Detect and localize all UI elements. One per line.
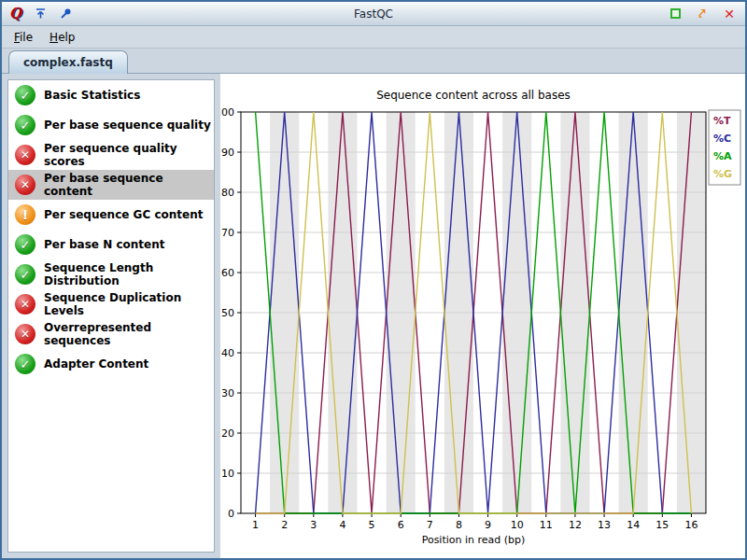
shade-icon bbox=[35, 7, 47, 20]
x-tick-label: 5 bbox=[369, 519, 375, 531]
sidebar-item-label: Sequence Length Distribution bbox=[44, 261, 214, 287]
legend-entry-a: %A bbox=[713, 150, 732, 162]
legend-entry-t: %T bbox=[713, 115, 731, 127]
pass-status-icon: ✓ bbox=[15, 264, 35, 285]
sidebar-item-per-sequence-gc-content[interactable]: !Per sequence GC content bbox=[8, 200, 214, 230]
restore-button[interactable]: ⤤ bbox=[696, 7, 709, 21]
fail-status-icon: ✕ bbox=[15, 324, 35, 344]
x-tick-label: 7 bbox=[427, 519, 433, 531]
x-tick-label: 13 bbox=[598, 519, 611, 531]
sidebar-item-label: Sequence Duplication Levels bbox=[44, 291, 214, 317]
x-tick-label: 1 bbox=[252, 519, 259, 531]
title-bar-right-icons: ⤤ ✕ bbox=[669, 7, 736, 21]
menu-file[interactable]: File bbox=[6, 28, 41, 47]
pass-status-icon: ✓ bbox=[15, 234, 35, 255]
fail-status-icon: ✕ bbox=[15, 175, 35, 195]
menu-bar: FileHelp bbox=[2, 26, 745, 49]
fail-status-icon: ✕ bbox=[15, 294, 35, 315]
sidebar-item-label: Adapter Content bbox=[44, 357, 148, 371]
y-tick-label: 30 bbox=[221, 387, 234, 399]
x-tick-label: 10 bbox=[511, 519, 524, 531]
maximize-button[interactable] bbox=[669, 7, 682, 21]
sidebar-item-per-base-n-content[interactable]: ✓Per base N content bbox=[8, 230, 214, 259]
y-tick-label: 70 bbox=[221, 227, 234, 239]
legend-entry-g: %G bbox=[713, 168, 732, 180]
window-title: FastQC bbox=[354, 7, 393, 21]
module-list: ✓Basic Statistics✓Per base sequence qual… bbox=[7, 79, 215, 553]
pin-icon bbox=[60, 7, 72, 20]
sidebar-item-sequence-length-distribution[interactable]: ✓Sequence Length Distribution bbox=[8, 259, 214, 289]
x-tick-label: 16 bbox=[684, 519, 698, 531]
shade-button[interactable] bbox=[34, 7, 47, 21]
x-tick-label: 4 bbox=[339, 519, 345, 531]
y-tick-label: 60 bbox=[221, 267, 234, 279]
app-icon: Q bbox=[9, 7, 21, 21]
chart-svg: 0102030405060708090100123456789101112131… bbox=[220, 74, 745, 558]
x-tick-label: 9 bbox=[485, 519, 491, 531]
y-tick-label: 0 bbox=[228, 508, 234, 520]
sidebar-item-label: Per base sequence quality bbox=[44, 119, 211, 132]
x-tick-label: 8 bbox=[456, 519, 462, 531]
pass-status-icon: ✓ bbox=[15, 354, 35, 374]
sidebar-item-label: Per sequence GC content bbox=[44, 208, 203, 221]
y-tick-label: 10 bbox=[221, 468, 234, 480]
x-tick-label: 15 bbox=[655, 519, 669, 531]
sidebar-item-per-base-sequence-quality[interactable]: ✓Per base sequence quality bbox=[8, 110, 214, 140]
title-bar-left-icons: Q bbox=[9, 7, 72, 21]
chart-title: Sequence content across all bases bbox=[376, 89, 571, 102]
pin-button[interactable] bbox=[59, 7, 72, 21]
warn-status-icon: ! bbox=[15, 204, 35, 225]
main-content: ✓Basic Statistics✓Per base sequence qual… bbox=[2, 74, 745, 558]
close-icon: ✕ bbox=[724, 7, 735, 21]
sidebar-item-label: Per base N content bbox=[44, 238, 164, 251]
x-tick-label: 3 bbox=[310, 519, 317, 531]
sidebar-item-adapter-content[interactable]: ✓Adapter Content bbox=[8, 349, 214, 379]
pass-status-icon: ✓ bbox=[15, 115, 35, 135]
x-tick-label: 6 bbox=[398, 519, 404, 531]
tab-complex-fastq[interactable]: complex.fastq bbox=[8, 50, 128, 74]
y-tick-label: 50 bbox=[221, 307, 234, 319]
restore-icon: ⤤ bbox=[698, 7, 705, 20]
x-tick-label: 2 bbox=[281, 519, 288, 531]
y-tick-label: 40 bbox=[221, 347, 234, 359]
pass-status-icon: ✓ bbox=[15, 85, 35, 105]
legend-entry-c: %C bbox=[713, 133, 731, 145]
x-tick-label: 14 bbox=[627, 519, 640, 531]
maximize-icon bbox=[670, 8, 681, 19]
tab-strip: complex.fastq bbox=[2, 49, 745, 74]
close-button[interactable]: ✕ bbox=[723, 7, 736, 21]
sidebar-item-per-sequence-quality-scores[interactable]: ✕Per sequence quality scores bbox=[8, 140, 214, 170]
chart-panel: 0102030405060708090100123456789101112131… bbox=[220, 74, 745, 558]
sidebar-item-label: Per base sequence content bbox=[44, 172, 214, 198]
sidebar-item-per-base-sequence-content[interactable]: ✕Per base sequence content bbox=[8, 170, 214, 200]
y-tick-label: 100 bbox=[220, 106, 234, 119]
sidebar-item-label: Overrepresented sequences bbox=[44, 321, 214, 347]
x-axis-title: Position in read (bp) bbox=[422, 534, 526, 546]
sidebar-item-basic-statistics[interactable]: ✓Basic Statistics bbox=[8, 80, 214, 110]
y-tick-label: 80 bbox=[221, 187, 234, 199]
menu-help[interactable]: Help bbox=[41, 28, 83, 47]
legend: %T%C%A%G bbox=[709, 110, 740, 185]
fail-status-icon: ✕ bbox=[15, 145, 35, 165]
y-tick-label: 90 bbox=[221, 147, 234, 159]
x-tick-label: 12 bbox=[569, 519, 582, 531]
x-tick-label: 11 bbox=[540, 519, 553, 531]
title-bar: Q FastQC ⤤ ✕ bbox=[2, 2, 745, 26]
sidebar-item-sequence-duplication-levels[interactable]: ✕Sequence Duplication Levels bbox=[8, 289, 214, 319]
sidebar-item-label: Per sequence quality scores bbox=[44, 142, 214, 168]
sidebar-item-label: Basic Statistics bbox=[44, 89, 140, 102]
fastqc-window: Q FastQC ⤤ ✕ FileHelp complex.fastq ✓Bas bbox=[0, 0, 747, 560]
y-tick-label: 20 bbox=[221, 427, 234, 440]
sidebar-item-overrepresented-sequences[interactable]: ✕Overrepresented sequences bbox=[8, 319, 214, 349]
